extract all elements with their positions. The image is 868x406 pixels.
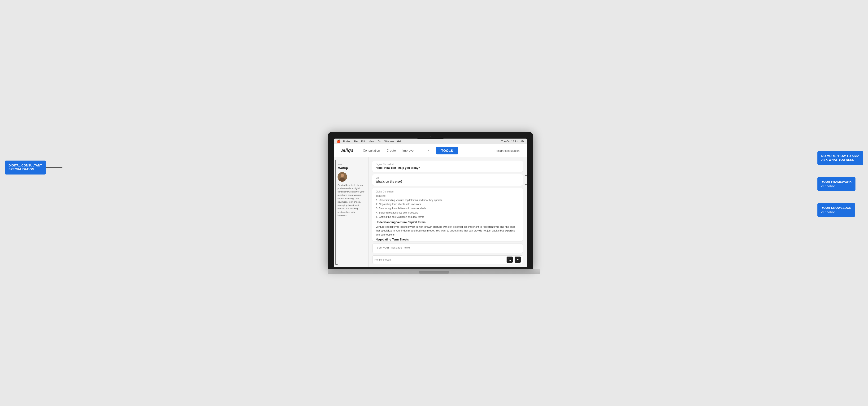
section1-title: Understanding Venture Capital Firms (376, 221, 520, 224)
annotation-row-left: DIGITAL CONSULTANT SPECIALISATION (5, 161, 62, 175)
chat-sender-dc1: Digital Consultant (376, 163, 520, 165)
annotation-row-right3: YOUR KNOWLEDGE APPLIED (801, 203, 863, 217)
thinking-item-2: 2. Negotiating term sheets with investor… (376, 202, 520, 207)
section1-body: Venture capital firms look to invest in … (376, 225, 520, 237)
menu-bar-items: Finder File Edit View Go Window Help (343, 140, 402, 143)
chat-text-me: What's on the pipe? (376, 180, 520, 183)
nav-links: Consultation Create Improve ——→ TOOLS (363, 147, 458, 154)
annotation-badge-left: DIGITAL CONSULTANT SPECIALISATION (5, 161, 46, 175)
menu-bar: 🍎 Finder File Edit View Go Window Help T… (334, 138, 527, 144)
menu-edit[interactable]: Edit (361, 140, 366, 143)
chat-bubble-dc-2: Digital Consultant Thinking: 1. Understa… (372, 188, 523, 241)
left-annotation-area: DIGITAL CONSULTANT SPECIALISATION (5, 161, 62, 175)
menu-finder[interactable]: Finder (343, 140, 350, 143)
thinking-item-5: 5. Getting the best valuation and deal t… (376, 215, 520, 219)
nav-link-consultation[interactable]: Consultation (363, 149, 380, 152)
phone-button[interactable] (506, 256, 513, 263)
nav-arrow: ——→ (420, 149, 429, 152)
laptop-base-notch (418, 271, 450, 274)
annotation-row-right1: NO MORE "HOW TO ASK" ASK WHAT YOU NEED (801, 151, 863, 165)
send-button[interactable] (515, 256, 521, 263)
apple-menu[interactable]: 🍎 (337, 139, 340, 143)
app-nav: ailiqa Consultation Create Improve ——→ T… (334, 144, 527, 157)
app-body: area startup Created (334, 157, 527, 267)
chat-area: Digital Consultant Hello! How can I help… (369, 157, 527, 267)
annotation-badge-right3: YOUR KNOWLEDGE APPLIED (817, 203, 855, 217)
chat-text-dc1: Hello! How can I help you today? (376, 166, 520, 169)
chat-bottom-bar: No file chosen (372, 255, 523, 264)
chat-input-wrapper: No file chosen (372, 244, 523, 264)
thinking-item-1: 1. Understanding venture capital firms a… (376, 198, 520, 202)
annotation-row-right2: YOUR FRAMEWORK APPLIED (801, 177, 863, 191)
laptop-screen-bezel: 🍎 Finder File Edit View Go Window Help T… (328, 132, 533, 269)
nav-tools-button[interactable]: TOOLS (436, 147, 458, 154)
screen-content: ailiqa Consultation Create Improve ——→ T… (334, 144, 527, 267)
menu-file[interactable]: File (353, 140, 358, 143)
sidebar-avatar (338, 172, 347, 182)
annotation-badge-right2: YOUR FRAMEWORK APPLIED (817, 177, 856, 191)
chat-thinking-list: 1. Understanding venture capital firms a… (376, 198, 520, 219)
nav-link-improve[interactable]: Improve (402, 149, 413, 152)
laptop-container: 🍎 Finder File Edit View Go Window Help T… (328, 132, 540, 274)
menu-go[interactable]: Go (378, 140, 381, 143)
chat-text-input[interactable] (372, 244, 523, 253)
laptop-base (328, 269, 540, 274)
right-connector-line-2 (801, 184, 817, 184)
svg-point-1 (341, 174, 344, 177)
sidebar-description: Created by a tech startup professional t… (338, 184, 365, 217)
sidebar-startup-label: startup (338, 166, 365, 170)
menu-view[interactable]: View (369, 140, 374, 143)
right-connector-line-3 (801, 210, 817, 210)
svg-marker-3 (517, 259, 519, 260)
camera-dot (430, 136, 431, 137)
chat-bubble-dc-1: Digital Consultant Hello! How can I help… (372, 161, 523, 172)
chat-sender-dc2: Digital Consultant (376, 190, 520, 193)
chat-thinking-label: Thinking: (376, 194, 520, 197)
annotation-badge-right1: NO MORE "HOW TO ASK" ASK WHAT YOU NEED (817, 151, 863, 165)
no-file-text: No file chosen (374, 258, 505, 261)
section2-title: Negotiating Term Sheets (376, 238, 520, 241)
restart-link[interactable]: Restart consultation (495, 149, 520, 153)
left-connector-line (46, 167, 62, 168)
chat-bubble-me: Me What's on the pipe? (372, 174, 523, 186)
menu-help[interactable]: Help (397, 140, 402, 143)
right-connector-line-1 (801, 158, 817, 158)
scene: DIGITAL CONSULTANT SPECIALISATION 🍎 Find… (5, 132, 863, 274)
chat-sender-me: Me (376, 177, 520, 179)
menu-time: Tue Oct 18 9:41 AM (501, 140, 524, 143)
menu-window[interactable]: Window (384, 140, 394, 143)
app-logo: ailiqa (341, 148, 353, 153)
thinking-item-3: 3. Structuring financial terms in invest… (376, 207, 520, 211)
sidebar-area-label: area (338, 163, 365, 166)
nav-right: Restart consultation (495, 149, 520, 153)
nav-link-create[interactable]: Create (386, 149, 396, 152)
right-annotation-area: NO MORE "HOW TO ASK" ASK WHAT YOU NEED Y… (801, 151, 863, 217)
menu-bar-right: Tue Oct 18 9:41 AM (501, 140, 524, 143)
thinking-item-4: 4. Building relationships with investors (376, 211, 520, 215)
camera-notch (416, 134, 445, 139)
